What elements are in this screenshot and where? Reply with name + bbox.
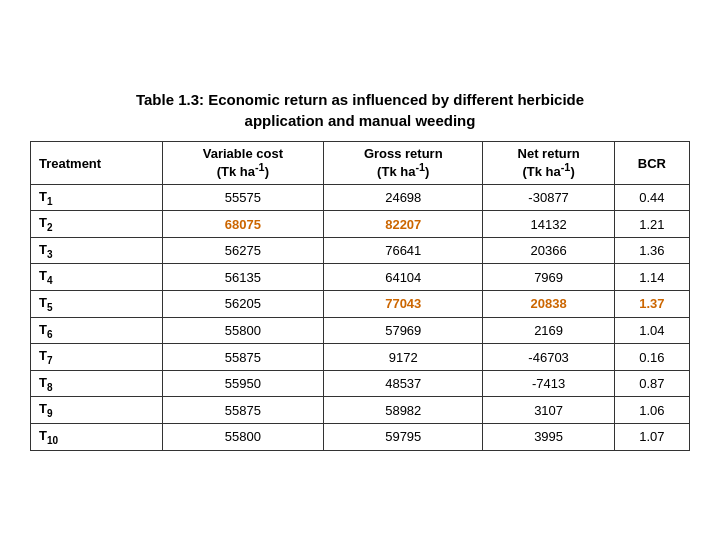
cell-gross-return: 24698 [324,184,483,211]
table-row: T15557524698-308770.44 [31,184,690,211]
cell-bcr: 0.44 [614,184,689,211]
cell-treatment: T1 [31,184,163,211]
cell-treatment: T10 [31,424,163,451]
table-row: T9558755898231071.06 [31,397,690,424]
cell-treatment: T7 [31,344,163,371]
table-row: T7558759172-467030.16 [31,344,690,371]
cell-bcr: 1.07 [614,424,689,451]
cell-gross-return: 76641 [324,237,483,264]
cell-gross-return: 82207 [324,211,483,238]
cell-variable-cost: 55875 [162,397,324,424]
cell-net-return: 7969 [483,264,615,291]
cell-variable-cost: 55575 [162,184,324,211]
cell-net-return: 2169 [483,317,615,344]
cell-gross-return: 9172 [324,344,483,371]
cell-net-return: 20838 [483,291,615,318]
cell-treatment: T2 [31,211,163,238]
cell-net-return: 14132 [483,211,615,238]
cell-bcr: 1.37 [614,291,689,318]
cell-gross-return: 48537 [324,370,483,397]
table-row: T4561356410479691.14 [31,264,690,291]
col-header-gross-return: Gross return(Tk ha-1) [324,142,483,184]
cell-gross-return: 59795 [324,424,483,451]
cell-net-return: 3995 [483,424,615,451]
cell-bcr: 0.87 [614,370,689,397]
table-row: T6558005796921691.04 [31,317,690,344]
data-table: Treatment Variable cost(Tk ha-1) Gross r… [30,141,690,450]
cell-bcr: 1.14 [614,264,689,291]
cell-gross-return: 77043 [324,291,483,318]
cell-net-return: -7413 [483,370,615,397]
page-wrapper: Table 1.3: Economic return as influenced… [0,0,720,540]
cell-variable-cost: 55800 [162,317,324,344]
cell-bcr: 1.36 [614,237,689,264]
cell-gross-return: 58982 [324,397,483,424]
table-row: T55620577043208381.37 [31,291,690,318]
cell-treatment: T6 [31,317,163,344]
col-header-net-return: Net return(Tk ha-1) [483,142,615,184]
cell-variable-cost: 55875 [162,344,324,371]
cell-bcr: 0.16 [614,344,689,371]
cell-variable-cost: 56135 [162,264,324,291]
cell-treatment: T9 [31,397,163,424]
table-row: T35627576641203661.36 [31,237,690,264]
title-line1: Table 1.3: Economic return as influenced… [136,91,584,108]
cell-treatment: T3 [31,237,163,264]
col-header-variable-cost: Variable cost(Tk ha-1) [162,142,324,184]
cell-variable-cost: 55950 [162,370,324,397]
table-row: T10558005979539951.07 [31,424,690,451]
cell-variable-cost: 68075 [162,211,324,238]
cell-bcr: 1.04 [614,317,689,344]
cell-gross-return: 57969 [324,317,483,344]
cell-variable-cost: 56205 [162,291,324,318]
cell-gross-return: 64104 [324,264,483,291]
table-title: Table 1.3: Economic return as influenced… [136,89,584,131]
cell-treatment: T4 [31,264,163,291]
cell-treatment: T5 [31,291,163,318]
col-header-treatment: Treatment [31,142,163,184]
cell-bcr: 1.06 [614,397,689,424]
title-line2: application and manual weeding [245,112,476,129]
table-row: T85595048537-74130.87 [31,370,690,397]
cell-net-return: 20366 [483,237,615,264]
cell-net-return: 3107 [483,397,615,424]
cell-bcr: 1.21 [614,211,689,238]
cell-variable-cost: 55800 [162,424,324,451]
cell-net-return: -46703 [483,344,615,371]
cell-treatment: T8 [31,370,163,397]
table-row: T26807582207141321.21 [31,211,690,238]
cell-net-return: -30877 [483,184,615,211]
col-header-bcr: BCR [614,142,689,184]
cell-variable-cost: 56275 [162,237,324,264]
